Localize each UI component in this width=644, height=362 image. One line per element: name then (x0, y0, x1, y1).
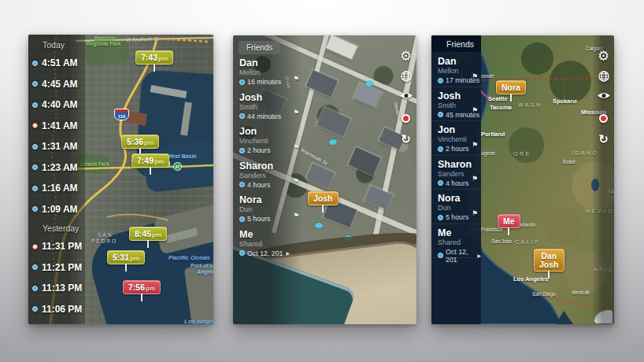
friend-name: Sharon (239, 161, 302, 172)
clock-icon (438, 146, 443, 152)
record-icon[interactable] (398, 109, 415, 127)
clock-icon (239, 148, 245, 153)
timeline-item[interactable]: 11:06 PM (28, 299, 85, 320)
clock-dot-icon (32, 81, 38, 87)
friend-row[interactable]: Dan Mellon 16 minutes ▶ ⚑ (233, 54, 302, 89)
pool (365, 81, 373, 87)
friends-overview-screen: VancouverCalgarySeattleTacomaWASHSpokane… (431, 35, 614, 324)
clock-dot-icon (32, 123, 38, 128)
clock-icon (438, 112, 443, 117)
friend-subtitle: Shared (438, 238, 481, 247)
friend-row[interactable]: Dan Mellon 17 minutes ▶ ⚑ (431, 53, 481, 87)
timeline-text: 4:45 AM (42, 79, 78, 90)
friend-row[interactable]: Jon Vinchenti 2 hours ▶ ⚑ (233, 123, 302, 157)
refresh-icon[interactable]: ↻ (398, 130, 415, 147)
timeline-text: 11:31 PM (42, 241, 82, 252)
clock-icon (239, 79, 245, 85)
timeline-item[interactable]: 11:21 PM (28, 257, 85, 279)
flag-icon: ⚑ (472, 175, 478, 183)
time-badge[interactable]: 5:31pm (107, 250, 145, 264)
globe-icon[interactable] (595, 68, 613, 85)
badge-pointer (147, 240, 149, 248)
truncation-arrow-icon: ▶ (286, 250, 290, 256)
badge-pointer (548, 271, 550, 279)
timeline-item[interactable]: Today (28, 36, 85, 53)
clock-icon (239, 250, 245, 256)
timeline-panel: Today 4:51 AM 4:45 AM 4:40 AM (28, 35, 85, 324)
visibility-eye-icon[interactable] (398, 87, 415, 104)
friend-row[interactable]: Me Shared Oct 12, 201 ▶ ⚑ (233, 226, 302, 260)
friend-location-badge[interactable]: Dan Josh (534, 249, 564, 272)
house (317, 108, 351, 137)
friend-row[interactable]: Josh Smith 45 minutes ▶ ⚑ (431, 87, 481, 122)
pool (315, 223, 323, 228)
timeline-item[interactable]: 1:31 AM (28, 136, 85, 157)
friends-panel: Friends Dan Mellon 16 minutes ▶ ⚑ (233, 35, 302, 324)
badge-pointer (322, 205, 324, 212)
friend-name: Josh (438, 90, 481, 102)
timeline-item[interactable]: 11:31 PM (28, 236, 85, 257)
flag-icon: ⚑ (293, 75, 299, 83)
pool (329, 139, 337, 145)
house (349, 147, 381, 175)
friend-name: Jon (438, 124, 481, 135)
time-badge[interactable]: 7:56pm (123, 280, 161, 294)
friends-map-screen: ShadWarmouth StStevens Josh Friends Dan (233, 35, 416, 324)
timeline-text: 1:31 AM (42, 141, 78, 152)
timeline-text: 4:51 AM (42, 57, 78, 68)
clock-dot-icon (32, 164, 38, 170)
truncation-arrow-icon: ▶ (477, 253, 481, 258)
clock-dot-icon (32, 102, 38, 108)
timeline-text: 11:21 PM (42, 262, 82, 273)
time-badge[interactable]: 7:49pm (131, 153, 169, 168)
timeline-text: Yesterday (43, 223, 79, 233)
friend-row[interactable]: Sharon Sanders 4 hours ▶ ⚑ (431, 156, 481, 190)
record-icon[interactable] (595, 109, 613, 127)
clock-dot-icon (32, 186, 38, 191)
visibility-eye-icon[interactable] (595, 87, 613, 104)
timeline-item[interactable]: 1:23 AM (28, 157, 85, 179)
clock-dot-icon (32, 244, 38, 249)
friend-location-badge[interactable]: Me (498, 214, 520, 228)
friend-row[interactable]: Me Shared Oct 12, 201 ▶ ⚑ (431, 224, 481, 259)
map-label: Warmouth St (300, 146, 329, 166)
timeline-text: 1:23 AM (42, 162, 78, 173)
friends-list: Dan Mellon 16 minutes ▶ ⚑ Josh Smith (233, 54, 302, 260)
friend-row[interactable]: Jon Vinchenti 2 hours ▶ ⚑ (431, 121, 481, 156)
clock-icon (438, 253, 443, 258)
time-badge[interactable]: 5:36pm (121, 135, 159, 149)
settings-icon[interactable]: ⚙ (398, 47, 415, 65)
timeline-item[interactable]: 1:09 AM (28, 199, 85, 220)
map-label: W Anaheim St (126, 35, 158, 42)
globe-icon[interactable] (398, 68, 415, 85)
friend-location-badge[interactable]: Nora (496, 80, 526, 94)
friend-row[interactable]: Nora Dun 5 hours ▶ ⚑ (233, 191, 302, 226)
timeline-item[interactable]: Yesterday (28, 220, 85, 236)
timeline-item[interactable]: 1:41 AM (28, 116, 85, 137)
map-tools: ⚙ ↻ (593, 35, 614, 324)
timeline-item[interactable]: 11:13 PM (28, 278, 85, 299)
refresh-icon[interactable]: ↻ (595, 130, 613, 147)
time-badge[interactable]: 8:45pm (129, 227, 167, 241)
timeline-item[interactable]: 4:45 AM (28, 74, 85, 95)
park-area (84, 39, 130, 66)
friend-name: Josh (239, 92, 302, 103)
settings-icon[interactable]: ⚙ (595, 47, 613, 65)
timeline-screen: 110 47 BanningRegional ParkW Anaheim StL… (28, 35, 213, 324)
clock-icon (239, 182, 245, 187)
friend-name: Me (438, 227, 481, 238)
timeline-item[interactable]: 4:51 AM (28, 53, 85, 74)
clock-icon (239, 216, 245, 222)
clock-dot-icon (32, 264, 38, 270)
friend-row[interactable]: Josh Smith 44 minutes ▶ ⚑ (233, 89, 302, 124)
badge-pointer (154, 64, 155, 72)
time-badge[interactable]: 7:43pm (135, 50, 173, 65)
friend-location-badge[interactable]: Josh (308, 191, 339, 205)
friend-row[interactable]: Nora Dun 5 hours ▶ ⚑ (431, 190, 481, 224)
timeline-item[interactable]: 1:16 AM (28, 178, 85, 199)
friends-header: Friends (431, 35, 481, 53)
timeline-text: 4:40 AM (42, 99, 78, 110)
friend-row[interactable]: Sharon Sanders 4 hours ▶ ⚑ (233, 157, 302, 192)
timeline-item[interactable]: 4:40 AM (28, 94, 85, 116)
friend-name: Dan (239, 57, 302, 68)
